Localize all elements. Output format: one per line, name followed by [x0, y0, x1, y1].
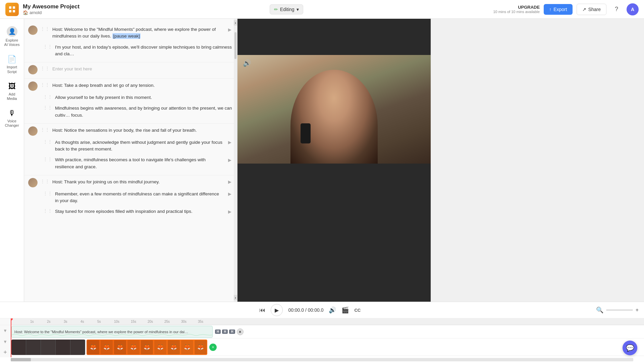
drag-handle-2-1[interactable]: ⋮⋮: [40, 82, 50, 87]
share-button[interactable]: ↗ Share: [577, 4, 606, 15]
sidebar-item-import-script[interactable]: 📄 Import Script: [1, 52, 23, 77]
panel-collapse-button[interactable]: ›: [234, 20, 237, 25]
sidebar-item-add-media[interactable]: 🖼 Add Media: [1, 79, 23, 104]
sidebar-item-voice-changer[interactable]: 🎙 Voice Changer: [1, 106, 23, 131]
track-collapse-button-2[interactable]: ▼: [2, 339, 8, 345]
timeline-scrollbar[interactable]: [11, 358, 633, 361]
script-row-2-1: ⋮⋮ Host: Take a deep breath and let go o…: [24, 80, 237, 92]
sidebar-label-import-script: Import Script: [4, 65, 20, 74]
audio-track-clip[interactable]: Host: Welcome to the "Mindful Moments" p…: [11, 326, 213, 338]
drag-handle-2-2[interactable]: ⋮⋮: [43, 94, 52, 100]
h-badge-2: H: [222, 329, 228, 334]
import-script-icon: 📄: [7, 55, 16, 64]
tracks-container: ▼ ▼ + 1s 2s 3s 4s 5s 10s: [0, 318, 644, 357]
header-right: UPGRADE 10 mins of 10 mins available ↑ E…: [493, 3, 639, 15]
zoom-in-button[interactable]: +: [636, 307, 639, 313]
scene-button[interactable]: 🎬: [341, 306, 349, 314]
drag-handle-empty[interactable]: ⋮⋮: [40, 66, 50, 71]
script-row-1-1: ⋮⋮ Host: Welcome to the "Mindful Moments…: [24, 24, 237, 42]
svg-rect-0: [9, 6, 11, 9]
script-text-4-3[interactable]: Stay tuned for more episodes filled with…: [55, 207, 224, 216]
video-track-row: 🦊 🦊 🦊 🦊 🦊 🦊 🦊 🦊 🦊 +: [11, 339, 644, 356]
drag-handle-3-2[interactable]: ⋮⋮: [43, 139, 52, 144]
help-button[interactable]: ?: [610, 3, 623, 15]
drag-handle-3-1[interactable]: ⋮⋮: [40, 127, 50, 132]
volume-button[interactable]: 🔊: [329, 306, 336, 314]
video-track-end-button[interactable]: +: [209, 344, 217, 351]
play-line-4-3[interactable]: ▶: [226, 208, 233, 215]
header-left: My Awesome Project 🏠 arnold: [5, 3, 79, 16]
chat-icon: 💬: [626, 344, 634, 352]
skip-back-button[interactable]: ⏮: [259, 307, 265, 314]
play-line-4-1[interactable]: ▶: [226, 179, 233, 185]
search-timeline-button[interactable]: 🔍: [596, 306, 603, 314]
sidebar-label-voice-changer: Voice Changer: [4, 119, 20, 128]
script-text-3-1[interactable]: Host: Notice the sensations in your body…: [52, 126, 233, 134]
script-text-2-3[interactable]: Mindfulness begins with awareness, and b…: [55, 104, 233, 119]
play-line-3-3[interactable]: ▶: [226, 157, 233, 163]
center-controls: ⏮ ▶ 00:00.0 / 00:00.0 🔊 🎬 CC: [24, 304, 596, 316]
video-preview-panel: 🔊: [237, 19, 431, 302]
captions-button[interactable]: CC: [354, 308, 361, 313]
svg-rect-1: [13, 6, 15, 9]
svg-rect-3: [13, 10, 15, 12]
audio-track-end-button[interactable]: ×: [237, 328, 244, 335]
drag-handle-4-2[interactable]: ⋮⋮: [43, 191, 52, 196]
avatar-block-empty: [28, 65, 38, 74]
track-labels: ▼ ▼ +: [0, 318, 11, 357]
script-text-1-2[interactable]: I'm your host, and in today's episode, w…: [55, 43, 233, 58]
orange-animation-track[interactable]: 🦊 🦊 🦊 🦊 🦊 🦊 🦊 🦊 🦊: [87, 340, 207, 355]
drag-handle-1-2[interactable]: ⋮⋮: [43, 44, 52, 49]
avatar-block4: [28, 178, 38, 187]
zoom-slider[interactable]: [606, 309, 633, 311]
sidebar-item-explore-ai[interactable]: 👤 Explore AI Voices: [1, 23, 23, 50]
play-line-3-2[interactable]: ▶: [226, 139, 233, 146]
audio-track-row: Host: Welcome to the "Mindful Moments" p…: [11, 325, 644, 339]
script-text-3-2[interactable]: As thoughts arise, acknowledge them with…: [55, 138, 224, 154]
script-text-4-2[interactable]: Remember, even a few moments of mindfuln…: [55, 190, 224, 205]
play-line-4-2[interactable]: ▶: [226, 191, 233, 197]
script-block-1: ⋮⋮ Host: Welcome to the "Mindful Moments…: [24, 24, 237, 59]
h-badges: H H H: [215, 329, 235, 334]
drag-handle-2-3[interactable]: ⋮⋮: [43, 105, 52, 110]
play-line-1-1[interactable]: ▶: [226, 26, 233, 33]
script-text-1-1[interactable]: Host: Welcome to the "Mindful Moments" p…: [52, 25, 224, 41]
timeline-scrollbar-thumb[interactable]: [11, 358, 31, 361]
audio-icon-overlay: 🔊: [243, 59, 251, 67]
sidebar-label-add-media: Add Media: [4, 92, 20, 101]
drag-handle-4-3[interactable]: ⋮⋮: [43, 208, 52, 214]
video-thumbnails[interactable]: [11, 340, 85, 355]
script-row-3-1: ⋮⋮ Host: Notice the sensations in your b…: [24, 125, 237, 137]
play-pause-button[interactable]: ▶: [271, 304, 283, 316]
script-text-4-1[interactable]: Host: Thank you for joining us on this m…: [52, 178, 224, 186]
script-scrollbar[interactable]: › ›: [234, 19, 237, 302]
script-text-empty[interactable]: Enter your text here: [52, 65, 233, 73]
script-text-3-3[interactable]: With practice, mindfulness becomes a too…: [55, 156, 224, 171]
editing-mode-button[interactable]: ✏ Editing ▾: [270, 4, 303, 14]
avatar-block2: [28, 81, 38, 91]
export-button[interactable]: ↑ Export: [544, 4, 572, 15]
drag-handle-4-1[interactable]: ⋮⋮: [40, 179, 50, 184]
ruler-label-space: [0, 318, 10, 325]
anim-segment-7: 🦊: [168, 340, 180, 354]
avatar-block1: [28, 25, 38, 35]
script-block-3: ⋮⋮ Host: Notice the sensations in your b…: [24, 125, 237, 172]
add-track-col-btn[interactable]: +: [3, 348, 8, 357]
user-avatar-button[interactable]: A: [627, 3, 639, 15]
track-collapse-button[interactable]: ▼: [2, 327, 8, 334]
pencil-icon: ✏: [274, 7, 278, 12]
chat-bubble[interactable]: 💬: [623, 341, 637, 355]
script-panel: ⋮⋮ Host: Welcome to the "Mindful Moments…: [24, 19, 237, 302]
project-title: My Awesome Project 🏠 arnold: [23, 3, 79, 15]
panel-expand-button[interactable]: ›: [234, 295, 237, 300]
timeline-ruler: 1s 2s 3s 4s 5s 10s 15s 20s 25s 30s 35s: [11, 318, 644, 325]
video-preview: 🔊: [237, 19, 431, 302]
avatar-block3: [28, 126, 38, 136]
script-row-4-3: ⋮⋮ Stay tuned for more episodes filled w…: [24, 206, 237, 217]
script-text-2-2[interactable]: Allow yourself to be fully present in th…: [55, 94, 233, 102]
drag-handle-3-3[interactable]: ⋮⋮: [43, 157, 52, 162]
drag-handle-1-1[interactable]: ⋮⋮: [40, 26, 50, 32]
anim-segment-4: 🦊: [127, 340, 140, 354]
script-text-2-1[interactable]: Host: Take a deep breath and let go of a…: [52, 81, 233, 89]
add-track-row: +: [11, 356, 644, 357]
